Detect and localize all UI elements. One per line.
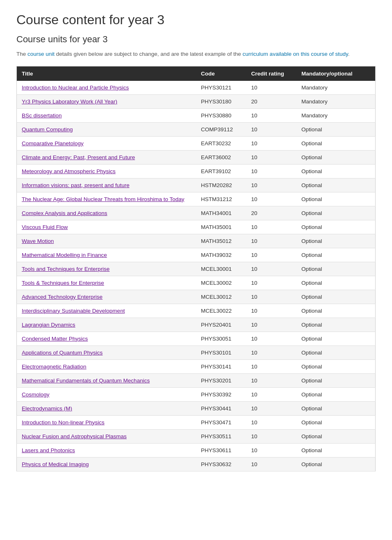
course-code: HSTM20282	[196, 178, 246, 192]
course-code: PHYS30611	[196, 443, 246, 457]
credit-rating: 10	[246, 178, 297, 192]
course-title-link[interactable]: Comparative Planetology	[22, 140, 84, 146]
course-title-link[interactable]: Wave Motion	[22, 238, 54, 244]
course-code: EART36002	[196, 150, 246, 164]
table-row: Complex Analysis and ApplicationsMATH340…	[17, 206, 376, 220]
table-row: Information visions: past, present and f…	[17, 178, 376, 192]
mandatory-status: Optional	[296, 276, 376, 290]
course-code: PHYS30471	[196, 415, 246, 429]
curriculum-link[interactable]: curriculum available on this course of s…	[243, 51, 348, 57]
course-title-link[interactable]: Meteorology and Atmospheric Physics	[22, 168, 116, 174]
credit-rating: 10	[246, 248, 297, 262]
table-row: CosmologyPHYS3039210Optional	[17, 387, 376, 401]
mandatory-status: Optional	[296, 346, 376, 359]
course-title-link[interactable]: Tools & Techniques for Enterprise	[22, 280, 104, 286]
course-code: PHYS30880	[196, 108, 246, 122]
credit-rating: 10	[246, 401, 297, 415]
table-row: Climate and Energy: Past, Present and Fu…	[17, 150, 376, 164]
course-title-link[interactable]: Interdisciplinary Sustainable Developmen…	[22, 308, 125, 314]
course-title-link[interactable]: Mathematical Fundamentals of Quantum Mec…	[22, 378, 150, 384]
credit-rating: 20	[246, 94, 297, 108]
credit-rating: 10	[246, 415, 297, 429]
header-code: Code	[196, 66, 246, 81]
table-row: Mathematical Modelling in FinanceMATH390…	[17, 248, 376, 262]
course-title-link[interactable]: Complex Analysis and Applications	[22, 210, 107, 216]
table-row: Electrodynamics (M)PHYS3044110Optional	[17, 401, 376, 415]
course-title-link[interactable]: Nuclear Fusion and Astrophysical Plasmas	[22, 433, 127, 439]
table-row: Condensed Matter PhysicsPHYS3005110Optio…	[17, 332, 376, 346]
mandatory-status: Optional	[296, 262, 376, 276]
course-title-link[interactable]: Electrodynamics (M)	[22, 405, 72, 412]
course-title-link[interactable]: The Nuclear Age: Global Nuclear Threats …	[22, 196, 184, 202]
course-code: COMP39112	[196, 122, 246, 136]
course-title-link[interactable]: Introduction to Non-linear Physics	[22, 419, 105, 426]
mandatory-status: Optional	[296, 429, 376, 443]
page-title: Course content for year 3	[16, 12, 376, 27]
credit-rating: 10	[246, 262, 297, 276]
table-row: BSc dissertationPHYS3088010Mandatory	[17, 108, 376, 122]
course-title-link[interactable]: BSc dissertation	[22, 112, 62, 119]
course-table: Title Code Credit rating Mandatory/optio…	[16, 66, 376, 471]
credit-rating: 10	[246, 429, 297, 443]
table-row: Introduction to Non-linear PhysicsPHYS30…	[17, 415, 376, 429]
course-code: MATH35001	[196, 220, 246, 234]
mandatory-status: Optional	[296, 206, 376, 220]
mandatory-status: Mandatory	[296, 81, 376, 95]
course-title-link[interactable]: Lagrangian Dynamics	[22, 322, 75, 328]
course-code: MATH39032	[196, 248, 246, 262]
table-row: Physics of Medical ImagingPHYS3063210Opt…	[17, 457, 376, 471]
course-title-link[interactable]: Condensed Matter Physics	[22, 336, 88, 342]
table-row: Tools and Techniques for EnterpriseMCEL3…	[17, 262, 376, 276]
table-row: Lasers and PhotonicsPHYS3061110Optional	[17, 443, 376, 457]
table-header-row: Title Code Credit rating Mandatory/optio…	[17, 66, 376, 81]
credit-rating: 10	[246, 443, 297, 457]
mandatory-status: Optional	[296, 457, 376, 471]
course-title-link[interactable]: Applications of Quantum Physics	[22, 350, 103, 356]
table-row: Lagrangian DynamicsPHYS2040110Optional	[17, 318, 376, 332]
table-row: Advanced Technology EnterpriseMCEL300121…	[17, 290, 376, 304]
mandatory-status: Optional	[296, 164, 376, 178]
course-title-link[interactable]: Physics of Medical Imaging	[22, 461, 89, 467]
table-row: Comparative PlanetologyEART3023210Option…	[17, 136, 376, 150]
course-code: PHYS30141	[196, 359, 246, 373]
credit-rating: 10	[246, 387, 297, 401]
course-title-link[interactable]: Mathematical Modelling in Finance	[22, 252, 107, 258]
table-row: Wave MotionMATH3501210Optional	[17, 234, 376, 248]
course-title-link[interactable]: Cosmology	[22, 391, 50, 398]
course-code: MATH34001	[196, 206, 246, 220]
mandatory-status: Optional	[296, 234, 376, 248]
table-row: Electromagnetic RadiationPHYS3014110Opti…	[17, 359, 376, 373]
credit-rating: 10	[246, 150, 297, 164]
section-title: Course units for year 3	[16, 34, 376, 45]
course-code: PHYS30441	[196, 401, 246, 415]
credit-rating: 10	[246, 122, 297, 136]
course-code: PHYS30121	[196, 81, 246, 95]
mandatory-status: Optional	[296, 178, 376, 192]
credit-rating: 10	[246, 276, 297, 290]
credit-rating: 10	[246, 332, 297, 346]
course-title-link[interactable]: Climate and Energy: Past, Present and Fu…	[22, 154, 135, 160]
course-title-link[interactable]: Quantum Computing	[22, 126, 73, 133]
course-title-link[interactable]: Yr3 Physics Laboratory Work (All Year)	[22, 98, 117, 105]
header-mandatory: Mandatory/optional	[296, 66, 376, 81]
course-title-link[interactable]: Lasers and Photonics	[22, 447, 75, 453]
course-title-link[interactable]: Advanced Technology Enterprise	[22, 294, 103, 300]
course-title-link[interactable]: Viscous Fluid Flow	[22, 224, 68, 230]
course-code: EART39102	[196, 164, 246, 178]
course-title-link[interactable]: Electromagnetic Radiation	[22, 364, 87, 370]
credit-rating: 10	[246, 290, 297, 304]
credit-rating: 10	[246, 457, 297, 471]
mandatory-status: Optional	[296, 192, 376, 206]
credit-rating: 10	[246, 373, 297, 387]
credit-rating: 10	[246, 108, 297, 122]
course-title-link[interactable]: Tools and Techniques for Enterprise	[22, 266, 109, 272]
course-unit-link[interactable]: course unit	[27, 51, 55, 57]
course-code: PHYS20401	[196, 318, 246, 332]
course-title-link[interactable]: Introduction to Nuclear and Particle Phy…	[22, 85, 129, 91]
mandatory-status: Optional	[296, 373, 376, 387]
table-row: Tools & Techniques for EnterpriseMCEL300…	[17, 276, 376, 290]
mandatory-status: Optional	[296, 359, 376, 373]
course-code: PHYS30180	[196, 94, 246, 108]
course-code: PHYS30051	[196, 332, 246, 346]
course-title-link[interactable]: Information visions: past, present and f…	[22, 182, 130, 188]
